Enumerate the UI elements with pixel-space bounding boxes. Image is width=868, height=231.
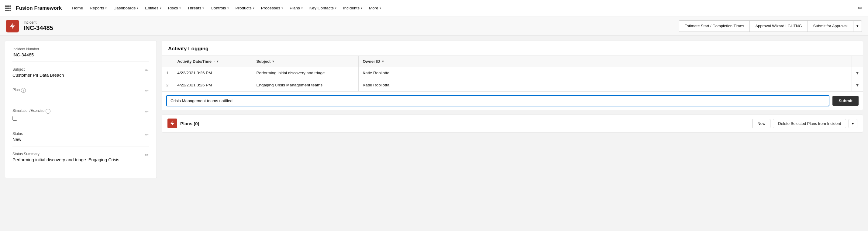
svg-rect-6: [5, 10, 7, 11]
field-label-status: Status: [12, 131, 23, 136]
header-dropdown-button[interactable]: ▾: [853, 20, 862, 32]
row-dropdown-button[interactable]: ▾: [856, 82, 859, 88]
nav-chevron-risks: ▾: [179, 6, 181, 10]
nav-item-threats[interactable]: Threats▾: [184, 4, 207, 12]
plans-icon: [167, 119, 177, 128]
row-num: 2: [162, 79, 173, 91]
activity-header: Activity Logging: [162, 41, 863, 56]
row-owner: Katie Robilotta: [358, 79, 852, 91]
nav-chevron-threats: ▾: [203, 6, 204, 10]
nav-chevron-processes: ▾: [281, 6, 283, 10]
svg-rect-7: [7, 10, 9, 11]
simulation-checkbox[interactable]: [12, 116, 17, 121]
row-actions[interactable]: ▾: [852, 79, 863, 91]
nav-item-entities[interactable]: Entities▾: [142, 4, 164, 12]
simulation-edit-icon[interactable]: ✏: [144, 109, 149, 115]
svg-rect-4: [7, 8, 9, 9]
approval-wizard-button[interactable]: Approval Wizard LGHTNG: [749, 20, 807, 32]
nav-item-key-contacts[interactable]: Key Contacts▾: [306, 4, 339, 12]
col-header-date[interactable]: Activity Date/Time ↑ ▾: [173, 56, 252, 67]
nav-chevron-products: ▾: [253, 6, 254, 10]
nav-chevron-entities: ▾: [160, 6, 161, 10]
plans-section: Plans (0) New Delete Selected Plans from…: [162, 115, 863, 132]
nav-chevron-incidents: ▾: [361, 6, 362, 10]
nav-chevron-plans: ▾: [301, 6, 303, 10]
svg-rect-3: [5, 8, 7, 9]
nav-item-controls[interactable]: Controls▾: [208, 4, 231, 12]
svg-rect-5: [9, 8, 11, 9]
submit-approval-button[interactable]: Submit for Approval: [808, 20, 853, 32]
field-value-plan: [12, 94, 149, 99]
col-header-owner[interactable]: Owner ID ▾: [358, 56, 852, 67]
row-actions[interactable]: ▾: [852, 67, 863, 79]
field-plan: Plan i ✏: [12, 88, 149, 103]
svg-rect-0: [5, 5, 7, 7]
field-status: Status New ✏: [12, 131, 149, 146]
field-label-subject: Subject: [12, 67, 64, 72]
nav-item-dashboards[interactable]: Dashboards▾: [110, 4, 141, 12]
row-date: 4/22/2021 3:26 PM: [173, 67, 252, 79]
svg-rect-2: [9, 5, 11, 7]
activity-submit-button[interactable]: Submit: [832, 96, 859, 106]
plans-title-row: Plans (0): [167, 119, 199, 128]
sort-chevron-date[interactable]: ▾: [217, 60, 219, 63]
sort-asc-icon[interactable]: ↑: [213, 60, 215, 63]
plans-actions: New Delete Selected Plans from Incident …: [752, 119, 857, 128]
nav-item-incidents[interactable]: Incidents▾: [340, 4, 365, 12]
activity-section: Activity Logging Activity Date/Time ↑ ▾: [162, 41, 863, 110]
activity-table: Activity Date/Time ↑ ▾ Subject ▾: [162, 56, 863, 91]
field-simulation: Simulation/Exercise i ✏: [12, 109, 149, 126]
plans-dropdown-button[interactable]: ▾: [848, 119, 857, 128]
sort-chevron-subject[interactable]: ▾: [272, 60, 274, 63]
subject-edit-icon[interactable]: ✏: [144, 67, 149, 73]
incident-label: Incident: [24, 20, 674, 25]
left-panel: Incident Number INC-34485 Subject Custom…: [5, 41, 157, 178]
main-content: Incident Number INC-34485 Subject Custom…: [0, 36, 868, 183]
sort-chevron-owner[interactable]: ▾: [382, 60, 384, 63]
status-summary-edit-icon[interactable]: ✏: [144, 152, 149, 158]
field-value-subject: Customer PII Data Breach: [12, 73, 64, 78]
estimate-times-button[interactable]: Estimate Start / Completion Times: [679, 20, 750, 32]
plans-delete-button[interactable]: Delete Selected Plans from Incident: [773, 119, 846, 128]
incident-icon: [6, 20, 19, 32]
edit-icon[interactable]: ✏: [856, 3, 864, 13]
nav-chevron-more: ▾: [380, 6, 381, 10]
plan-edit-icon[interactable]: ✏: [144, 88, 149, 94]
table-row: 2 4/22/2021 3:26 PM Engaging Crisis Mana…: [162, 79, 863, 91]
grid-icon[interactable]: [4, 4, 12, 12]
nav-item-products[interactable]: Products▾: [232, 4, 257, 12]
field-value-incident-number: INC-34485: [12, 52, 149, 57]
top-navigation: Fusion Framework HomeReports▾Dashboards▾…: [0, 0, 868, 16]
header-bar: Incident INC-34485 Estimate Start / Comp…: [0, 16, 868, 36]
field-label-simulation: Simulation/Exercise: [12, 109, 44, 113]
field-status-summary: Status Summary Performing initial discov…: [12, 152, 149, 166]
field-label-status-summary: Status Summary: [12, 152, 119, 156]
field-subject: Subject Customer PII Data Breach ✏: [12, 67, 149, 82]
nav-chevron-controls: ▾: [227, 6, 229, 10]
nav-item-reports[interactable]: Reports▾: [87, 4, 110, 12]
plans-new-button[interactable]: New: [752, 119, 770, 128]
nav-item-processes[interactable]: Processes▾: [258, 4, 286, 12]
row-date: 4/22/2021 3:26 PM: [173, 79, 252, 91]
activity-input-row: Submit: [162, 91, 863, 110]
nav-items-container: HomeReports▾Dashboards▾Entities▾Risks▾Th…: [69, 4, 855, 12]
plans-title: Plans (0): [180, 121, 199, 126]
nav-chevron-reports: ▾: [105, 6, 107, 10]
nav-chevron-dashboards: ▾: [137, 6, 138, 10]
col-header-subject[interactable]: Subject ▾: [252, 56, 358, 67]
field-value-status: New: [12, 137, 23, 142]
incident-title-block: Incident INC-34485: [24, 20, 674, 32]
plan-info-icon[interactable]: i: [21, 88, 26, 93]
activity-input[interactable]: [166, 95, 829, 106]
nav-item-risks[interactable]: Risks▾: [165, 4, 184, 12]
status-edit-icon[interactable]: ✏: [144, 131, 149, 138]
nav-item-more[interactable]: More▾: [366, 4, 384, 12]
row-dropdown-button[interactable]: ▾: [856, 70, 859, 76]
header-actions: Estimate Start / Completion Times Approv…: [679, 20, 862, 32]
field-label-incident-number: Incident Number: [12, 47, 149, 51]
nav-item-plans[interactable]: Plans▾: [287, 4, 306, 12]
simulation-info-icon[interactable]: i: [45, 109, 51, 114]
field-label-plan: Plan: [12, 88, 20, 92]
nav-item-home[interactable]: Home: [69, 4, 86, 12]
col-header-num: [162, 56, 173, 67]
